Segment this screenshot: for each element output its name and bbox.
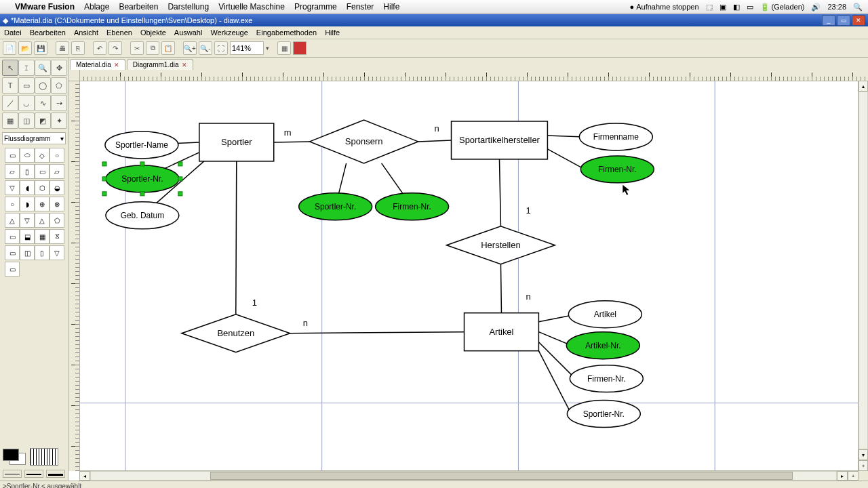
menu-vm[interactable]: Virtuelle Maschine — [218, 2, 285, 12]
shape-terminator[interactable]: ⬭ — [20, 148, 35, 163]
menu-datei[interactable]: Datei — [4, 28, 22, 37]
shape-io[interactable]: ▱ — [5, 164, 20, 179]
app-name[interactable]: VMware Fusion — [15, 2, 75, 12]
copy-button[interactable]: ⧉ — [146, 41, 159, 55]
export-button[interactable]: ⎘ — [71, 41, 85, 55]
close-button[interactable]: ✕ — [852, 15, 865, 26]
arc-tool[interactable]: ◡ — [18, 95, 35, 111]
zoom-tool[interactable]: 🔍 — [35, 60, 51, 76]
tab-diagramm1[interactable]: Diagramm1.dia✕ — [127, 59, 193, 70]
menu-werkzeuge[interactable]: Werkzeuge — [210, 28, 248, 37]
shape-collate[interactable]: ⧖ — [50, 229, 64, 244]
selection-handle[interactable] — [102, 192, 106, 196]
textbox-tool[interactable]: T — [2, 77, 18, 94]
shape-library-select[interactable]: Flussdiagramm▾ — [2, 132, 66, 144]
menu-fenster[interactable]: Fenster — [347, 2, 374, 12]
close-icon[interactable]: ✕ — [182, 62, 187, 68]
shape-extra3[interactable]: ▯ — [35, 245, 50, 260]
shape-doc[interactable]: ▭ — [35, 164, 50, 179]
pan-tool[interactable]: ✥ — [51, 60, 67, 76]
er-attribute[interactable]: Sportler-Nr. — [299, 193, 372, 220]
menu-ansicht[interactable]: Ansicht — [74, 28, 98, 37]
shape-storage[interactable]: ◒ — [50, 180, 64, 195]
connector-tool[interactable]: ⇢ — [51, 95, 67, 111]
ruler-vertical[interactable] — [68, 81, 80, 471]
er-attribute[interactable]: Geb. Datum — [106, 202, 179, 229]
er-attribute[interactable]: Sportler-Nr. — [106, 165, 179, 192]
menu-objekte[interactable]: Objekte — [140, 28, 166, 37]
record-status[interactable]: ● Aufnahme stoppen — [630, 3, 699, 11]
selection-handle[interactable] — [102, 177, 106, 181]
grid-button[interactable]: ▦ — [277, 41, 291, 55]
menu-darstellung[interactable]: Darstellung — [167, 2, 209, 12]
shape-tape[interactable]: ○ — [5, 197, 20, 211]
new-button[interactable]: 📄 — [3, 41, 16, 55]
shape-sum[interactable]: ⊗ — [50, 197, 64, 211]
scroll-thumb[interactable] — [210, 472, 793, 480]
shape-or[interactable]: ⊕ — [35, 197, 50, 211]
shape-extra5[interactable]: ▭ — [5, 262, 20, 277]
display-icon[interactable]: ▭ — [747, 3, 753, 12]
line-tool[interactable]: ／ — [2, 95, 18, 111]
pattern-swatch[interactable] — [30, 448, 58, 466]
shape-delay[interactable]: ◗ — [20, 197, 35, 211]
spotlight-icon[interactable]: 🔍 — [853, 3, 863, 12]
shape-card[interactable]: ▭ — [5, 229, 20, 244]
shape-tool-3[interactable]: ✦ — [51, 113, 67, 129]
rect-tool[interactable]: ▭ — [18, 77, 35, 94]
paste-button[interactable]: 📋 — [161, 41, 175, 55]
print-button[interactable]: 🖶 — [56, 41, 69, 55]
shape-extract[interactable]: △ — [35, 213, 50, 228]
er-attribute[interactable]: Firmen-Nr. — [376, 193, 449, 220]
shape-predef[interactable]: ▯ — [20, 164, 35, 179]
menu-hilfe-app[interactable]: Hilfe — [325, 28, 340, 37]
selection-handle[interactable] — [102, 162, 106, 166]
shape-display[interactable]: ◖ — [20, 180, 35, 195]
zoomin-button[interactable]: 🔍+ — [183, 41, 197, 55]
close-icon[interactable]: ✕ — [114, 62, 119, 68]
menu-hilfe[interactable]: Hilfe — [383, 2, 399, 12]
polygon-tool[interactable]: ⬠ — [51, 77, 67, 94]
menubar-icon[interactable]: ◧ — [733, 3, 740, 12]
er-attribute[interactable]: Firmenname — [579, 123, 652, 150]
scroll-left-icon[interactable]: ◂ — [79, 471, 90, 481]
shape-extra1[interactable]: ▭ — [5, 245, 20, 260]
shape-intern[interactable]: ▦ — [35, 229, 50, 244]
zoomout-button[interactable]: 🔍- — [199, 41, 212, 55]
minimize-button[interactable]: _ — [822, 15, 835, 26]
battery-status[interactable]: 🔋 (Geladen) — [760, 3, 805, 12]
shape-merge[interactable]: ▽ — [20, 213, 35, 228]
er-attribute[interactable]: Sportler-Name — [105, 131, 178, 159]
selection-handle[interactable] — [178, 162, 182, 166]
text-tool[interactable]: 𝙸 — [18, 60, 35, 76]
ellipse-tool[interactable]: ◯ — [35, 77, 51, 94]
scroll-up-icon[interactable]: ▴ — [859, 81, 868, 92]
shape-tool-2[interactable]: ◩ — [35, 113, 51, 129]
volume-icon[interactable]: 🔊 — [811, 3, 821, 12]
zoom-dropdown-icon[interactable]: ▾ — [266, 45, 269, 52]
selection-handle[interactable] — [178, 177, 182, 181]
shape-extra2[interactable]: ◫ — [20, 245, 35, 260]
lineweight-med[interactable] — [24, 470, 43, 478]
scroll-add-icon[interactable]: + — [859, 460, 868, 471]
diagram-canvas[interactable]: SportlerSportartikelherstellerArtikelSpo… — [79, 81, 868, 471]
selection-handle[interactable] — [140, 162, 144, 166]
shape-decision[interactable]: ◇ — [35, 148, 50, 163]
er-attribute[interactable]: Artikel — [568, 301, 642, 328]
selection-handle[interactable] — [178, 192, 182, 196]
menu-bearbeiten[interactable]: Bearbeiten — [119, 2, 158, 12]
menubar-icon[interactable]: ⬚ — [706, 3, 713, 12]
shape-process[interactable]: ▭ — [5, 148, 20, 163]
zoom-field[interactable] — [230, 41, 264, 55]
er-attribute[interactable]: Firmen-Nr. — [570, 365, 643, 392]
redo-button[interactable]: ↷ — [108, 41, 122, 55]
shape-data[interactable]: ▱ — [50, 164, 64, 179]
shape-tool-1[interactable]: ◫ — [18, 113, 35, 129]
menu-eingabe[interactable]: Eingabemethoden — [256, 28, 317, 37]
menu-programme[interactable]: Programme — [294, 2, 337, 12]
tab-material[interactable]: Material.dia✕ — [70, 59, 125, 70]
scrollbar-vertical[interactable]: ▴ ▾ + — [858, 81, 868, 471]
shape-manual[interactable]: ▽ — [5, 180, 20, 195]
scroll-add-icon[interactable]: + — [848, 471, 859, 481]
clock[interactable]: 23:28 — [827, 3, 846, 11]
